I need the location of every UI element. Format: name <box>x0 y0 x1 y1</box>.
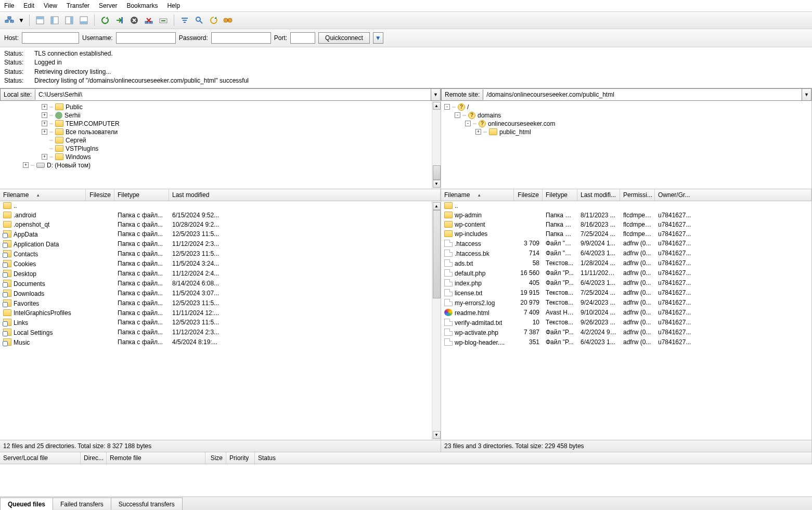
password-input[interactable] <box>211 32 271 44</box>
find-icon[interactable] <box>222 14 235 27</box>
list-item[interactable]: .. <box>441 201 811 211</box>
refresh-icon[interactable] <box>99 14 111 27</box>
list-item[interactable]: AppDataПапка с файл...12/5/2023 11:5... <box>0 229 441 239</box>
expand-icon[interactable]: + <box>475 129 481 135</box>
menu-transfer[interactable]: Transfer <box>67 2 89 9</box>
list-item[interactable]: DesktopПапка с файл...11/12/2024 2:4... <box>0 269 441 279</box>
tree-node[interactable]: ┈VSTPlugIns <box>0 145 441 153</box>
list-item[interactable]: FavoritesПапка с файл...12/5/2023 11:5..… <box>0 298 441 308</box>
list-item[interactable]: CookiesПапка с файл...11/5/2024 3:24... <box>0 259 441 269</box>
scroll-up-icon[interactable]: ▲ <box>433 202 441 210</box>
remote-site-dropdown-icon[interactable]: ▼ <box>802 89 811 100</box>
list-item[interactable]: ads.txt58Текстов...1/28/2024 ...adfrw (0… <box>441 258 811 268</box>
list-item[interactable]: wp-blog-header....351Файл "P...6/4/2023 … <box>441 337 811 347</box>
local-file-list[interactable]: ...androidПапка с файл...6/15/2024 9:52.… <box>0 201 441 440</box>
expand-icon[interactable]: - <box>465 121 471 126</box>
remote-site-input[interactable] <box>483 89 802 100</box>
col-filesize[interactable]: Filesize <box>514 189 543 201</box>
tree-node[interactable]: +┈Все пользователи <box>0 128 441 136</box>
col-remote-file[interactable]: Remote file <box>107 452 205 464</box>
expand-icon[interactable]: + <box>42 104 47 110</box>
expand-icon[interactable]: + <box>42 121 47 126</box>
col-server-local[interactable]: Server/Local file <box>0 452 81 464</box>
local-site-dropdown-icon[interactable]: ▼ <box>431 89 440 100</box>
filter-icon[interactable] <box>178 14 191 27</box>
tree-node[interactable]: +┈TEMP.COMPUTER <box>0 120 441 128</box>
scroll-down-icon[interactable]: ▼ <box>433 180 441 188</box>
username-input[interactable] <box>116 32 176 44</box>
col-lastmod[interactable]: Last modifi... <box>577 189 620 201</box>
list-item[interactable]: .htaccess3 709Файл "H...9/9/2024 1...adf… <box>441 239 811 249</box>
tree-node[interactable]: +┈D: (Новый том) <box>0 161 441 169</box>
message-log[interactable]: Status:TLS connection established.Status… <box>0 47 812 88</box>
quickconnect-button[interactable]: Quickconnect <box>318 32 370 44</box>
list-item[interactable]: DocumentsПапка с файл...8/14/2024 6:08..… <box>0 279 441 289</box>
list-item[interactable]: DownloadsПапка с файл...11/5/2024 3:07..… <box>0 289 441 298</box>
list-item[interactable]: verify-admitad.txt10Текстов...9/26/2023 … <box>441 318 811 328</box>
site-manager-dropdown-icon[interactable]: ▼ <box>18 14 25 27</box>
site-manager-icon[interactable] <box>3 14 16 27</box>
tab-queued-files[interactable]: Queued files <box>0 498 53 510</box>
tree-node[interactable]: -┈?/ <box>441 103 811 111</box>
expand-icon[interactable]: + <box>42 129 47 135</box>
list-item[interactable]: Application DataПапка с файл...11/12/202… <box>0 239 441 249</box>
list-item[interactable]: wp-includesПапка с ...7/25/2024 ...flcdm… <box>441 229 811 239</box>
menu-edit[interactable]: Edit <box>23 2 34 9</box>
toggle-local-tree-icon[interactable] <box>48 14 61 27</box>
list-item[interactable]: ContactsПапка с файл...12/5/2023 11:5... <box>0 249 441 259</box>
list-item[interactable]: Local SettingsПапка с файл...11/12/2024 … <box>0 328 441 337</box>
scroll-up-icon[interactable]: ▲ <box>433 102 441 110</box>
tab-successful-transfers[interactable]: Successful transfers <box>111 498 183 510</box>
list-item[interactable]: my-errors2.log20 979Текстов...9/24/2023 … <box>441 298 811 308</box>
compare-icon[interactable] <box>208 14 220 27</box>
list-item[interactable]: .androidПапка с файл...6/15/2024 9:52... <box>0 211 441 220</box>
menu-file[interactable]: File <box>4 2 14 9</box>
local-tree[interactable]: +┈Public+┈Serhii+┈TEMP.COMPUTER+┈Все пол… <box>0 101 441 189</box>
col-owner[interactable]: Owner/Gr... <box>655 189 811 201</box>
list-item[interactable]: MusicПапка с файл...4/5/2024 8:19:... <box>0 337 441 347</box>
col-lastmod[interactable]: Last modified <box>169 189 441 201</box>
tree-node[interactable]: ┈Сергей <box>0 136 441 145</box>
list-item[interactable]: index.php405Файл "P...6/4/2023 1...adfrw… <box>441 278 811 288</box>
list-item[interactable]: LinksПапка с файл...12/5/2023 11:5... <box>0 318 441 328</box>
list-item[interactable]: wp-activate.php7 387Файл "P...4/2/2024 9… <box>441 328 811 337</box>
scroll-thumb[interactable] <box>433 210 441 298</box>
expand-icon[interactable]: + <box>23 162 29 168</box>
col-size[interactable]: Size <box>205 452 226 464</box>
local-site-input[interactable] <box>35 89 431 100</box>
col-filesize[interactable]: Filesize <box>86 189 114 201</box>
menu-server[interactable]: Server <box>99 2 117 9</box>
port-input[interactable] <box>290 32 315 44</box>
tree-node[interactable]: -┈?domains <box>441 111 811 120</box>
col-direction[interactable]: Direc... <box>81 452 107 464</box>
list-item[interactable]: wp-adminПапка с ...8/11/2023 ...flcdmpe … <box>441 211 811 220</box>
menu-help[interactable]: Help <box>167 2 180 9</box>
tab-failed-transfers[interactable]: Failed transfers <box>53 498 111 510</box>
disconnect-icon[interactable] <box>143 14 155 27</box>
col-filename[interactable]: Filename▲ <box>0 189 86 201</box>
col-filetype[interactable]: Filetype <box>114 189 169 201</box>
list-item[interactable]: .. <box>0 201 441 211</box>
expand-icon[interactable]: - <box>455 112 460 118</box>
cancel-icon[interactable] <box>128 14 140 27</box>
process-queue-icon[interactable] <box>113 14 126 27</box>
tree-node[interactable]: +┈Serhii <box>0 111 441 120</box>
expand-icon[interactable]: + <box>42 112 47 118</box>
toggle-queue-icon[interactable] <box>78 14 90 27</box>
tree-node[interactable]: +┈Windows <box>0 153 441 161</box>
col-filename[interactable]: Filename▲ <box>441 189 514 201</box>
scrollbar[interactable]: ▲ ▼ <box>432 101 441 189</box>
remote-tree[interactable]: -┈?/-┈?domains-┈?onlinecourseseeker.com+… <box>441 101 811 189</box>
menu-bookmarks[interactable]: Bookmarks <box>126 2 158 9</box>
toggle-log-icon[interactable] <box>34 14 46 27</box>
list-item[interactable]: license.txt19 915Текстов...7/25/2024 ...… <box>441 288 811 298</box>
col-filetype[interactable]: Filetype <box>543 189 577 201</box>
scroll-thumb[interactable] <box>433 165 441 180</box>
expand-icon[interactable]: - <box>444 104 450 110</box>
reconnect-icon[interactable] <box>157 14 170 27</box>
list-item[interactable]: wp-contentПапка с ...8/16/2023 ...flcdmp… <box>441 220 811 229</box>
tree-node[interactable]: +┈Public <box>0 103 441 111</box>
tree-node[interactable]: -┈?onlinecourseseeker.com <box>441 120 811 128</box>
col-priority[interactable]: Priority <box>226 452 255 464</box>
toggle-remote-tree-icon[interactable] <box>63 14 75 27</box>
